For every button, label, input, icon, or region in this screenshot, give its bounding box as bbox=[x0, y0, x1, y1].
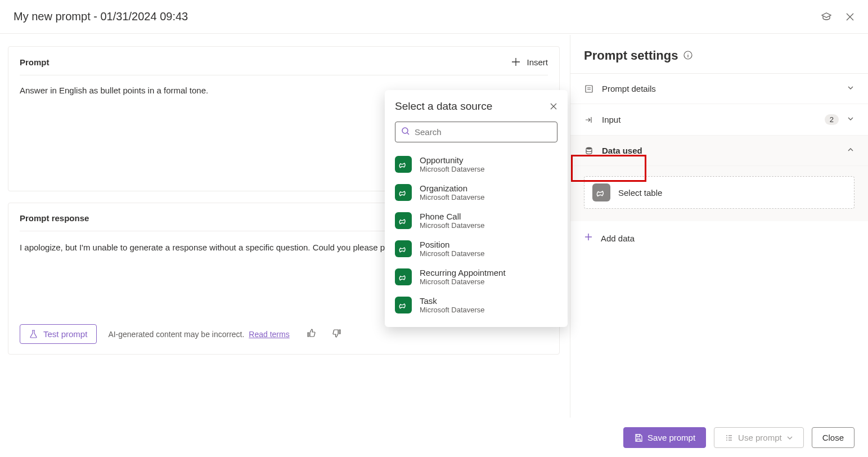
learn-icon[interactable] bbox=[821, 11, 832, 23]
accordion-input[interactable]: Input 2 bbox=[570, 104, 868, 136]
footer: Save prompt Use prompt Close bbox=[0, 418, 868, 457]
use-prompt-button[interactable]: Use prompt bbox=[714, 427, 804, 448]
settings-title: Prompt settings bbox=[584, 48, 678, 63]
data-source-popover: Select a data source Opportunity Microso… bbox=[385, 90, 568, 327]
thumbs-up-icon[interactable] bbox=[307, 329, 316, 339]
save-prompt-button[interactable]: Save prompt bbox=[623, 427, 706, 448]
dataverse-icon bbox=[395, 268, 412, 285]
search-input[interactable] bbox=[415, 127, 551, 137]
header: My new prompt - 01/31/2024 09:43 bbox=[0, 0, 868, 34]
dataverse-icon bbox=[592, 183, 610, 201]
select-table-button[interactable]: Select table bbox=[584, 176, 854, 209]
insert-button[interactable]: Insert bbox=[511, 57, 548, 67]
data-source-provider: Microsoft Dataverse bbox=[420, 165, 485, 173]
data-source-name: Recurring Appointment bbox=[420, 268, 506, 277]
popover-close-icon[interactable] bbox=[550, 102, 557, 110]
dataverse-icon bbox=[395, 156, 412, 173]
plus-icon bbox=[584, 232, 593, 244]
dataverse-icon bbox=[395, 212, 412, 229]
chevron-up-icon bbox=[847, 146, 854, 155]
info-icon[interactable] bbox=[683, 51, 692, 61]
ai-disclaimer: AI-generated content may be incorrect. R… bbox=[108, 330, 289, 339]
data-source-name: Position bbox=[420, 240, 485, 249]
accordion-prompt-details[interactable]: Prompt details bbox=[570, 74, 868, 104]
data-source-provider: Microsoft Dataverse bbox=[420, 193, 485, 201]
save-icon bbox=[634, 433, 643, 442]
read-terms-link[interactable]: Read terms bbox=[249, 330, 289, 339]
dataverse-icon bbox=[395, 240, 412, 257]
data-source-provider: Microsoft Dataverse bbox=[420, 277, 506, 286]
data-source-name: Organization bbox=[420, 183, 485, 193]
settings-panel: Prompt settings Prompt details Input 2 bbox=[570, 35, 868, 418]
details-icon bbox=[584, 84, 594, 93]
dataverse-icon bbox=[395, 297, 412, 313]
input-icon bbox=[584, 115, 594, 124]
dataverse-icon bbox=[395, 184, 412, 201]
database-icon bbox=[584, 146, 594, 155]
flask-icon bbox=[29, 330, 38, 338]
add-data-button[interactable]: Add data bbox=[570, 221, 868, 256]
data-source-provider: Microsoft Dataverse bbox=[420, 221, 485, 230]
svg-rect-1 bbox=[586, 86, 592, 92]
popover-title: Select a data source bbox=[395, 100, 492, 113]
insert-label: Insert bbox=[527, 57, 548, 67]
data-source-provider: Microsoft Dataverse bbox=[420, 306, 485, 314]
chevron-down-icon bbox=[847, 115, 854, 124]
data-source-name: Task bbox=[420, 296, 485, 306]
svg-point-2 bbox=[586, 147, 592, 149]
list-icon bbox=[725, 433, 734, 442]
input-count-badge: 2 bbox=[825, 114, 839, 125]
chevron-down-icon bbox=[786, 434, 793, 441]
chevron-down-icon bbox=[847, 84, 854, 93]
header-actions bbox=[821, 11, 854, 23]
close-icon[interactable] bbox=[845, 12, 854, 21]
prompt-section-title: Prompt bbox=[20, 57, 50, 67]
svg-point-3 bbox=[402, 128, 408, 133]
page-title: My new prompt - 01/31/2024 09:43 bbox=[14, 10, 188, 23]
data-source-name: Opportunity bbox=[420, 155, 485, 165]
search-input-wrapper[interactable] bbox=[395, 122, 557, 142]
search-icon bbox=[401, 127, 410, 137]
data-source-item[interactable]: Phone Call Microsoft Dataverse bbox=[395, 207, 557, 235]
close-button[interactable]: Close bbox=[812, 427, 854, 448]
data-source-name: Phone Call bbox=[420, 212, 485, 221]
data-source-item[interactable]: Recurring Appointment Microsoft Datavers… bbox=[395, 263, 557, 291]
data-source-provider: Microsoft Dataverse bbox=[420, 249, 485, 258]
data-source-item[interactable]: Opportunity Microsoft Dataverse bbox=[395, 150, 557, 178]
accordion-data-used[interactable]: Data used bbox=[570, 136, 868, 166]
data-source-item[interactable]: Organization Microsoft Dataverse bbox=[395, 178, 557, 207]
test-prompt-button[interactable]: Test prompt bbox=[20, 324, 97, 344]
response-section-title: Prompt response bbox=[20, 213, 89, 223]
thumbs-down-icon[interactable] bbox=[332, 329, 341, 339]
data-source-item[interactable]: Task Microsoft Dataverse bbox=[395, 291, 557, 319]
data-used-body: Select table bbox=[570, 166, 868, 221]
data-source-item[interactable]: Position Microsoft Dataverse bbox=[395, 235, 557, 263]
